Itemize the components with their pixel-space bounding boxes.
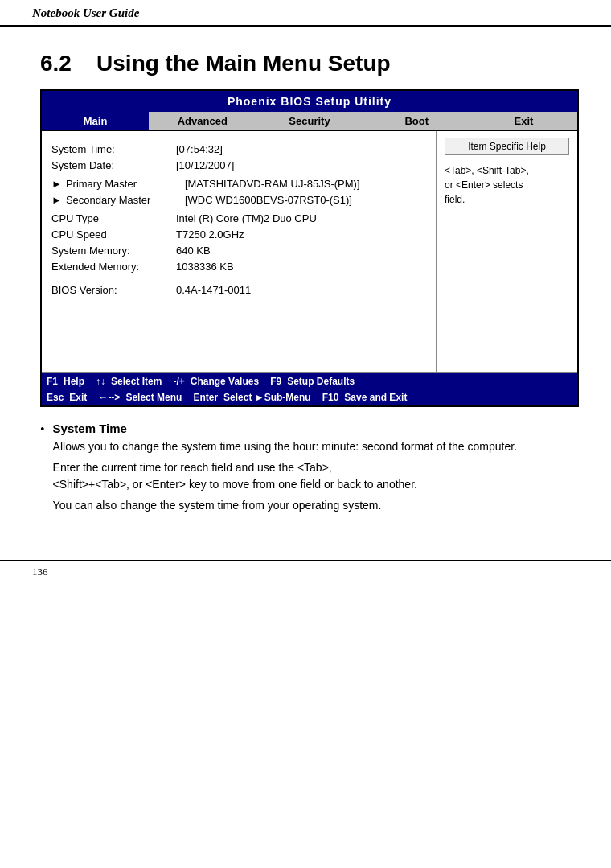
footer-save-exit: Save and Exit — [344, 392, 407, 403]
extended-memory-row: Extended Memory: 1038336 KB — [51, 261, 426, 273]
footer-select-item: Select Item — [111, 376, 162, 387]
bios-nav-main[interactable]: Main — [42, 112, 149, 130]
bios-footer-row2: Esc Exit ←--> Select Menu Enter Select ►… — [42, 389, 577, 405]
bios-version-row: BIOS Version: 0.4A-1471-0011 — [51, 284, 426, 296]
footer-exit-label: Exit — [69, 392, 87, 403]
bios-nav-advanced[interactable]: Advanced — [149, 112, 256, 130]
system-date-label: System Date: — [51, 159, 176, 171]
bullet-para-2: Enter the current time for reach field a… — [53, 459, 579, 494]
footer-lr-arrows: ←--> — [98, 392, 120, 403]
bullet-section: • System Time Allows you to change the s… — [40, 422, 579, 515]
bullet-dot: • — [40, 422, 45, 437]
bios-help-title: Item Specific Help — [445, 138, 569, 155]
footer-plusminus: -/+ — [173, 376, 184, 387]
footer-f1-key: F1 — [47, 376, 58, 387]
cpu-speed-row: CPU Speed T7250 2.0GHz — [51, 228, 426, 241]
page-number: 136 — [32, 566, 48, 578]
system-date-row: System Date: [10/12/2007] — [51, 159, 426, 171]
system-time-row: System Time: [07:54:32] — [51, 143, 426, 155]
footer-updown-arrows: ↑↓ — [96, 376, 105, 387]
extended-memory-label: Extended Memory: — [51, 261, 176, 273]
page-footer: 136 — [0, 560, 611, 583]
primary-master-label: Primary Master — [66, 178, 185, 190]
chapter-title: 6.2 Using the Main Menu Setup — [40, 51, 579, 76]
secondary-master-value: [WDC WD1600BEVS-07RST0-(S1)] — [185, 194, 352, 206]
footer-f1-help: Help — [64, 376, 84, 387]
header-bar: Notebook User Guide — [0, 0, 611, 27]
cpu-type-label: CPU Type — [51, 212, 176, 224]
bios-help-text: <Tab>, <Shift-Tab>,or <Enter> selectsfie… — [445, 163, 569, 207]
cpu-type-value: Intel (R) Core (TM)2 Duo CPU — [176, 212, 317, 224]
bullet-item-system-time: • System Time Allows you to change the s… — [40, 422, 579, 515]
header-title: Notebook User Guide — [32, 6, 139, 19]
bios-nav-boot[interactable]: Boot — [363, 112, 470, 130]
bios-nav-exit[interactable]: Exit — [470, 112, 577, 130]
bios-help-panel: Item Specific Help <Tab>, <Shift-Tab>,or… — [437, 131, 577, 372]
cpu-speed-label: CPU Speed — [51, 228, 176, 241]
system-memory-value: 640 KB — [176, 245, 211, 257]
system-date-value[interactable]: [10/12/2007] — [176, 159, 234, 171]
bios-main-panel: System Time: [07:54:32] System Date: [10… — [42, 131, 437, 372]
bios-title: Phoenix BIOS Setup Utility — [42, 91, 577, 112]
bullet-content: System Time Allows you to change the sys… — [53, 422, 579, 515]
footer-setup-defaults: Setup Defaults — [287, 376, 355, 387]
primary-master-row[interactable]: ► Primary Master [MATSHITADVD-RAM UJ-85J… — [51, 178, 426, 190]
bios-nav-security[interactable]: Security — [256, 112, 363, 130]
bullet-para-1: Allows you to change the system time usi… — [53, 438, 579, 456]
system-memory-label: System Memory: — [51, 245, 176, 257]
bullet-title: System Time — [53, 422, 579, 435]
bios-nav: Main Advanced Security Boot Exit — [42, 112, 577, 131]
cpu-type-row: CPU Type Intel (R) Core (TM)2 Duo CPU — [51, 212, 426, 224]
system-time-label: System Time: — [51, 143, 176, 155]
footer-select-menu: Select Menu — [125, 392, 182, 403]
bios-version-label: BIOS Version: — [51, 284, 176, 296]
system-time-value[interactable]: [07:54:32] — [176, 143, 223, 155]
bios-footer-row1: F1 Help ↑↓ Select Item -/+ Change Values… — [42, 373, 577, 389]
secondary-master-row[interactable]: ► Secondary Master [WDC WD1600BEVS-07RST… — [51, 194, 426, 206]
bios-version-value: 0.4A-1471-0011 — [176, 284, 251, 296]
system-memory-row: System Memory: 640 KB — [51, 245, 426, 257]
extended-memory-value: 1038336 KB — [176, 261, 234, 273]
primary-master-value: [MATSHITADVD-RAM UJ-85JS-(PM)] — [185, 178, 360, 190]
secondary-master-label: Secondary Master — [66, 194, 185, 206]
primary-master-arrow: ► — [51, 178, 62, 190]
bios-body: System Time: [07:54:32] System Date: [10… — [42, 131, 577, 373]
footer-change-values: Change Values — [191, 376, 259, 387]
footer-f10-key: F10 — [322, 392, 339, 403]
bullet-para-3: You can also change the system time from… — [53, 497, 579, 515]
footer-select-submenu: Select ►Sub-Menu — [223, 392, 311, 403]
footer-esc-key: Esc — [47, 392, 64, 403]
cpu-speed-value: T7250 2.0GHz — [176, 228, 244, 241]
footer-f9-key: F9 — [270, 376, 281, 387]
footer-enter-key: Enter — [193, 392, 218, 403]
secondary-master-arrow: ► — [51, 194, 62, 206]
bios-table: Phoenix BIOS Setup Utility Main Advanced… — [40, 89, 579, 407]
